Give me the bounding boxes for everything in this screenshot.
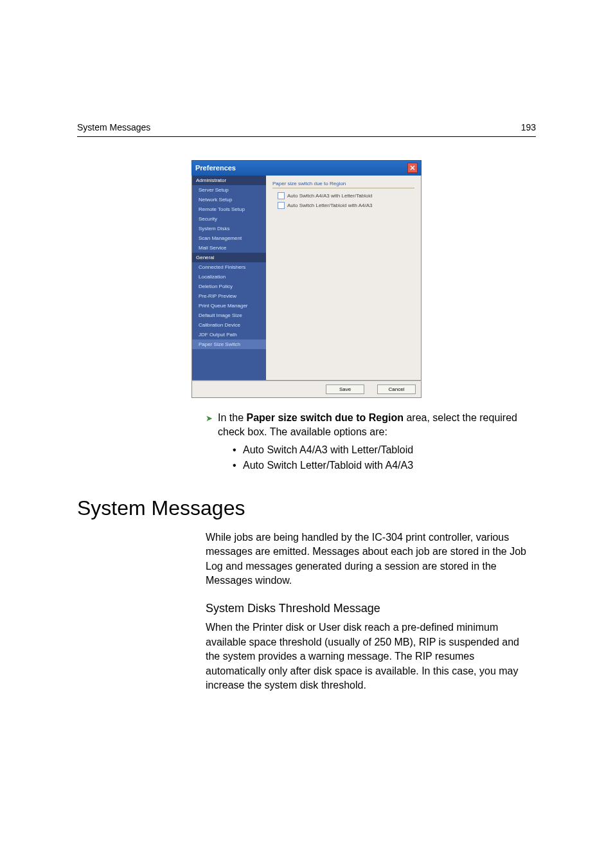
step-arrow-icon: ➤ [206,413,213,424]
sidebar-item-paper-size-switch[interactable]: Paper Size Switch [192,339,266,349]
checkbox-label-2: Auto Switch Letter/Tabloid with A4/A3 [287,203,373,208]
sidebar-header-general: General [192,253,266,262]
dialog-title: Preferences [195,164,236,172]
checkbox-icon[interactable] [278,192,285,199]
running-header: System Messages [77,122,150,132]
close-icon[interactable] [407,163,418,173]
page-number: 193 [521,122,536,132]
sidebar-item-print-queue-manager[interactable]: Print Queue Manager [192,301,266,311]
sidebar-item-network-setup[interactable]: Network Setup [192,195,266,204]
bullet-option-2: Auto Switch Letter/Tabloid with A4/A3 [242,458,536,473]
sidebar-item-jdf-output-path[interactable]: JDF Output Path [192,330,266,339]
sidebar-item-pre-rip-preview[interactable]: Pre-RIP Preview [192,291,266,301]
save-button[interactable]: Save [326,384,364,394]
instruction-text: In the Paper size switch due to Region a… [218,411,536,440]
sidebar-item-calibration-device[interactable]: Calibration Device [192,320,266,330]
group-title: Paper size switch due to Region [272,181,414,188]
sidebar-item-deletion-policy[interactable]: Deletion Policy [192,282,266,291]
sidebar-header-administrator: Administrator [192,176,266,185]
bullet-option-1: Auto Switch A4/A3 with Letter/Tabloid [242,442,536,458]
sidebar-item-remote-tools-setup[interactable]: Remote Tools Setup [192,204,266,214]
sidebar-item-default-image-size[interactable]: Default Image Size [192,311,266,320]
sidebar-item-localization[interactable]: Localization [192,272,266,282]
cancel-button[interactable]: Cancel [377,384,416,394]
sidebar-item-security[interactable]: Security [192,214,266,224]
checkbox-row-1[interactable]: Auto Switch A4/A3 with Letter/Tabloid [278,192,414,199]
sidebar-item-connected-finishers[interactable]: Connected Finishers [192,262,266,272]
section-paragraph-2: When the Printer disk or User disk reach… [206,620,536,692]
checkbox-label-1: Auto Switch A4/A3 with Letter/Tabloid [287,193,373,199]
sidebar-item-scan-management[interactable]: Scan Management [192,233,266,243]
header-rule [77,136,536,137]
preferences-main-pane: Paper size switch due to Region Auto Swi… [266,176,421,380]
preferences-sidebar: Administrator Server Setup Network Setup… [192,176,266,380]
sidebar-item-server-setup[interactable]: Server Setup [192,185,266,195]
sidebar-item-mail-service[interactable]: Mail Service [192,243,266,253]
subsection-heading: System Disks Threshold Message [206,602,536,615]
sidebar-item-system-disks[interactable]: System Disks [192,224,266,233]
checkbox-icon[interactable] [278,202,285,209]
section-heading: System Messages [77,496,536,520]
checkbox-row-2[interactable]: Auto Switch Letter/Tabloid with A4/A3 [278,202,414,209]
preferences-dialog: Preferences Administrator Server Setup N… [191,160,422,398]
section-paragraph-1: While jobs are being handled by the IC-3… [206,530,536,588]
